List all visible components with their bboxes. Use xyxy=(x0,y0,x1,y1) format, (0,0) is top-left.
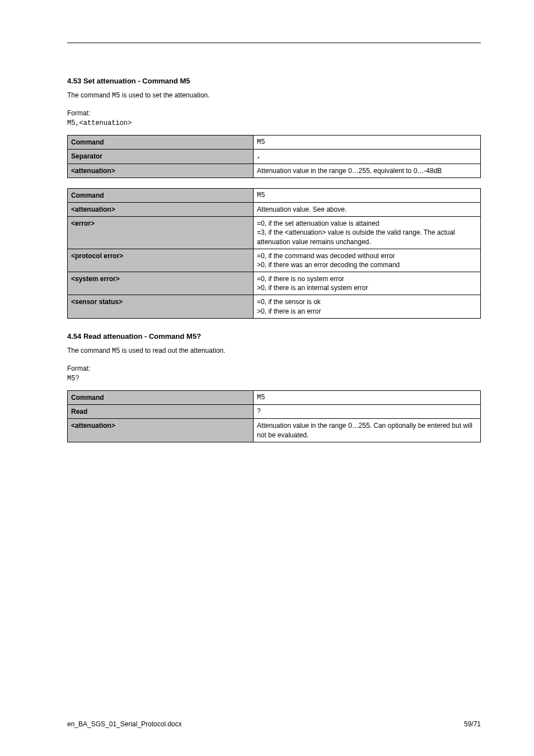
cell-value: Attenuation value in the range 0…255, eq… xyxy=(254,164,481,178)
cell-value: M5 xyxy=(254,188,481,202)
cell-value: ? xyxy=(254,405,481,419)
table-row: <system error> =0, if there is no system… xyxy=(68,272,481,295)
desc-post-2: is used to read out the attenuation. xyxy=(120,347,225,354)
header-rule xyxy=(67,43,481,43)
table-row: Separator , xyxy=(68,150,481,164)
table-row: Command M5 xyxy=(68,188,481,202)
table-output-1: Command M5 <attenuation> Attenuation val… xyxy=(67,188,481,319)
cell-value: =0, if the sensor is ok>0, if there is a… xyxy=(254,295,481,318)
page-footer: en_BA_SGS_01_Serial_Protocol.docx 59/71 xyxy=(67,720,481,728)
section-set-attenuation: 4.53 Set attenuation - Command M5 The co… xyxy=(67,77,481,319)
cell-label: Command xyxy=(68,391,254,405)
cell-value: , xyxy=(254,150,481,164)
cell-label: <protocol error> xyxy=(68,249,254,272)
cell-value: =0, if the command was decoded without e… xyxy=(254,249,481,272)
cell-label: Command xyxy=(68,136,254,150)
table-row: Command M5 xyxy=(68,136,481,150)
table-input-2: Command M5 Read ? <attenuation> Attenuat… xyxy=(67,390,481,442)
table-row: <attenuation> Attenuation value in the r… xyxy=(68,164,481,178)
cell-value: =0, if the set attenuation value is atta… xyxy=(254,217,481,249)
cell-label: Read xyxy=(68,405,254,419)
section-description-2: The command M5 is used to read out the a… xyxy=(67,346,481,356)
table-row: <sensor status> =0, if the sensor is ok>… xyxy=(68,295,481,318)
cell-label: <attenuation> xyxy=(68,164,254,178)
table-row: <error> =0, if the set attenuation value… xyxy=(68,217,481,249)
table-row: <attenuation> Attenuation value. See abo… xyxy=(68,202,481,216)
table-row: <protocol error> =0, if the command was … xyxy=(68,249,481,272)
table-row: <attenuation> Attenuation value in the r… xyxy=(68,419,481,442)
cell-label: Command xyxy=(68,188,254,202)
format-label-1: Format: xyxy=(67,109,481,117)
table-row: Command M5 xyxy=(68,391,481,405)
section-title-1: 4.53 Set attenuation - Command M5 xyxy=(67,77,481,85)
cell-value: Attenuation value. See above. xyxy=(254,202,481,216)
section-description-1: The command M5 is used to set the attenu… xyxy=(67,91,481,100)
cell-value: =0, if there is no system error>0, if th… xyxy=(254,272,481,295)
table-input-1: Command M5 Separator , <attenuation> Att… xyxy=(67,135,481,178)
footer-page-number: 59/71 xyxy=(464,720,481,728)
cell-label: <attenuation> xyxy=(68,202,254,216)
cell-value: M5 xyxy=(254,391,481,405)
desc-pre-1: The command xyxy=(67,91,112,99)
table-row: Read ? xyxy=(68,405,481,419)
cell-label: <sensor status> xyxy=(68,295,254,318)
desc-cmd-1: M5 xyxy=(112,92,120,100)
format-code-1: M5,<attenuation> xyxy=(67,119,481,127)
footer-filename: en_BA_SGS_01_Serial_Protocol.docx xyxy=(67,720,182,728)
cell-value: Attenuation value in the range 0…255. Ca… xyxy=(254,419,481,442)
format-label-2: Format: xyxy=(67,365,481,372)
cell-label: <system error> xyxy=(68,272,254,295)
desc-post-1: is used to set the attenuation. xyxy=(120,91,209,99)
desc-pre-2: The command xyxy=(67,347,112,354)
desc-cmd-2: M5 xyxy=(112,347,120,355)
cell-value: M5 xyxy=(254,136,481,150)
section-title-2: 4.54 Read attenuation - Command M5? xyxy=(67,332,481,340)
cell-label: Separator xyxy=(68,150,254,164)
cell-label: <error> xyxy=(68,217,254,249)
cell-label: <attenuation> xyxy=(68,419,254,442)
format-code-2: M5? xyxy=(67,375,481,382)
section-read-attenuation: 4.54 Read attenuation - Command M5? The … xyxy=(67,332,481,442)
